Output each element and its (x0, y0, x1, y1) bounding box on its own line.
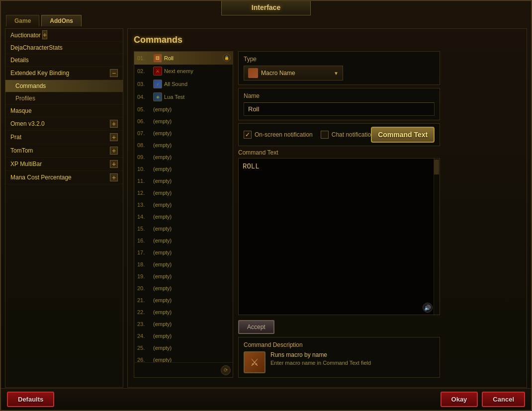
tab-bar: Game AddOns (6, 15, 82, 26)
name-label: Name (244, 92, 435, 99)
type-section: Type Macro Name ▼ (238, 51, 440, 85)
command-item-13[interactable]: 13.(empty) (134, 199, 233, 211)
sidebar-item-details[interactable]: Details (5, 54, 123, 67)
command-text-section: Command Text ROLL 🔊 (238, 149, 440, 315)
command-item-10[interactable]: 10.(empty) (134, 163, 233, 175)
type-dropdown[interactable]: Macro Name ▼ (244, 66, 343, 81)
content-title: Commands (134, 35, 521, 45)
expand-prat-button[interactable]: + (110, 133, 118, 141)
sound-icon: ♪ (153, 80, 162, 88)
accept-button[interactable]: Accept (238, 320, 274, 334)
command-item-16[interactable]: 16.(empty) (134, 235, 233, 247)
desc-text: Runs macro by name Enter macro name in C… (270, 351, 435, 366)
command-item-09[interactable]: 09.(empty) (134, 151, 233, 163)
desc-content: Runs macro by name Enter macro name in C… (244, 351, 435, 373)
command-item-06[interactable]: 06.(empty) (134, 115, 233, 127)
notifications-area: On-screen notification Chat notificatio … (238, 123, 440, 146)
command-item-15[interactable]: 15.(empty) (134, 223, 233, 235)
sidebar-item-auctionator[interactable]: Auctionator + (5, 29, 123, 42)
commands-footer: ⟳ (134, 362, 233, 377)
sidebar-item-manacost[interactable]: Mana Cost Percentage + (5, 171, 123, 184)
sidebar-item-xpmultibar[interactable]: XP MultiBar + (5, 158, 123, 171)
command-item-20[interactable]: 20.(empty) (134, 282, 233, 294)
desc-icon (244, 351, 266, 373)
okay-button[interactable]: Okay (441, 392, 478, 407)
expand-manacost-button[interactable]: + (110, 173, 118, 181)
scrollbar-thumb (434, 160, 439, 174)
chat-checkbox[interactable] (321, 131, 329, 139)
lock-icon: 🔒 (223, 54, 231, 62)
command-item-nextenemy[interactable]: 02. ⚔ Next enemy (134, 65, 233, 78)
type-icon (248, 68, 258, 78)
sidebar-item-omenv3[interactable]: Omen v3.2.0 + (5, 117, 123, 131)
onscreen-notification-checkbox[interactable]: On-screen notification (244, 131, 313, 139)
sidebar-item-prat[interactable]: Prat + (5, 131, 123, 144)
tab-game[interactable]: Game (6, 15, 39, 26)
expand-xpmultibar-button[interactable]: + (110, 160, 118, 168)
scroll-indicator: ⟳ (221, 365, 231, 375)
command-item-17[interactable]: 17.(empty) (134, 247, 233, 258)
sidebar-item-profiles[interactable]: Profiles (5, 92, 123, 105)
onscreen-label: On-screen notification (255, 131, 313, 138)
sidebar: Auctionator + DejaCharacterStats Details… (5, 28, 123, 388)
command-item-24[interactable]: 24.(empty) (134, 330, 233, 342)
command-item-05[interactable]: 05.(empty) (134, 103, 233, 115)
onscreen-checkbox[interactable] (244, 131, 252, 139)
sidebar-item-dejastats[interactable]: DejaCharacterStats (5, 42, 123, 54)
window-title: Interface (252, 3, 280, 11)
main-content: Commands 🔒 01. ⚄ Roll 02. ⚔ Next e (127, 28, 527, 388)
command-item-07[interactable]: 07.(empty) (134, 127, 233, 139)
command-item-allsound[interactable]: 03. ♪ All Sound (134, 78, 233, 90)
tab-addons[interactable]: AddOns (41, 15, 82, 26)
command-text-input[interactable]: ROLL (239, 159, 440, 315)
expand-tomtom-button[interactable]: + (110, 147, 118, 155)
desc-sub: Enter macro name in Command Text field (270, 360, 435, 366)
chat-label: Chat notificatio (332, 131, 371, 138)
command-item-22[interactable]: 22.(empty) (134, 306, 233, 318)
type-value: Macro Name (261, 70, 334, 77)
enemy-icon: ⚔ (153, 67, 162, 76)
right-panel: Type Macro Name ▼ Name (238, 51, 440, 378)
command-item-23[interactable]: 23.(empty) (134, 318, 233, 330)
cmd-text-label: Command Text (238, 149, 440, 156)
command-item-25[interactable]: 25.(empty) (134, 342, 233, 354)
bottom-bar: Defaults Okay Cancel (1, 388, 531, 410)
name-section: Name (238, 88, 440, 120)
title-bar: Interface (221, 1, 311, 15)
collapse-extendedkeybinding-button[interactable]: − (110, 69, 118, 77)
command-item-roll[interactable]: 01. ⚄ Roll (134, 52, 233, 65)
lua-icon: ◈ (153, 92, 162, 101)
command-item-26[interactable]: 26.(empty) (134, 354, 233, 362)
bottom-right-buttons: Okay Cancel (441, 392, 525, 407)
command-item-11[interactable]: 11.(empty) (134, 175, 233, 187)
command-item-21[interactable]: 21.(empty) (134, 294, 233, 306)
main-window: Interface Game AddOns Auctionator + Deja… (0, 0, 532, 411)
cancel-button[interactable]: Cancel (482, 392, 525, 407)
sidebar-item-extendedkeybinding[interactable]: Extended Key Binding − (5, 67, 123, 80)
command-item-12[interactable]: 12.(empty) (134, 187, 233, 199)
command-item-19[interactable]: 19.(empty) (134, 270, 233, 282)
command-text-tooltip-button[interactable]: Command Text (371, 127, 435, 143)
command-item-14[interactable]: 14.(empty) (134, 211, 233, 223)
command-item-18[interactable]: 18.(empty) (134, 258, 233, 270)
desc-title: Command Description (244, 341, 435, 348)
accept-row: Accept (238, 318, 440, 334)
expand-auctionator-button[interactable]: + (42, 30, 47, 39)
commands-list[interactable]: 01. ⚄ Roll 02. ⚔ Next enemy 03. ♪ All (134, 52, 233, 362)
sidebar-item-commands[interactable]: Commands (5, 80, 123, 92)
sidebar-item-masque[interactable]: Masque (5, 105, 123, 117)
command-item-08[interactable]: 08.(empty) (134, 139, 233, 151)
name-input[interactable] (244, 102, 435, 116)
type-label: Type (244, 56, 435, 63)
content-inner: 🔒 01. ⚄ Roll 02. ⚔ Next enemy (134, 51, 521, 378)
desc-main: Runs macro by name (270, 351, 435, 358)
roll-icon: ⚄ (153, 54, 162, 63)
expand-omen-button[interactable]: + (110, 120, 118, 128)
defaults-button[interactable]: Defaults (7, 392, 54, 407)
description-section: Command Description Runs macro by name E… (238, 337, 440, 378)
commands-panel: 🔒 01. ⚄ Roll 02. ⚔ Next enemy (134, 51, 233, 378)
sidebar-item-tomtom[interactable]: TomTom + (5, 144, 123, 158)
command-item-luatest[interactable]: 04. ◈ Lua Test (134, 90, 233, 103)
chat-notification-checkbox[interactable]: Chat notificatio (321, 131, 371, 139)
command-text-scrollbar[interactable] (434, 159, 440, 315)
